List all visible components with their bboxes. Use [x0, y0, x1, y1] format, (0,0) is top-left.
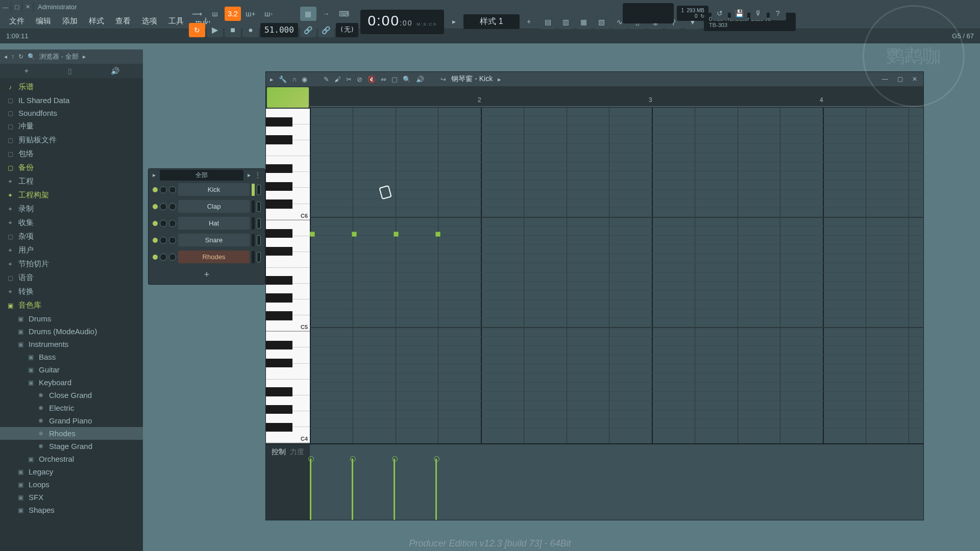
ch-pan-knob[interactable]: [160, 220, 167, 227]
browser-item-29[interactable]: ▣Legacy: [0, 465, 143, 478]
pat-mode[interactable]: (无): [336, 23, 359, 37]
ch-group-selector[interactable]: 全部: [160, 170, 243, 181]
up-arrow-icon[interactable]: ↑: [11, 53, 14, 60]
browser-item-15[interactable]: ✦转换: [0, 285, 143, 298]
ch-next-icon[interactable]: ▸: [248, 171, 251, 179]
browser-item-5[interactable]: ▢包络: [0, 147, 143, 161]
pattern-add-icon[interactable]: +: [521, 14, 537, 29]
menu-0[interactable]: 文件: [4, 14, 30, 28]
tool-wait-icon[interactable]: ш◦: [260, 7, 277, 21]
browser-item-22[interactable]: ▣Keyboard: [0, 376, 143, 389]
ch-mute-dot[interactable]: [153, 255, 158, 260]
audio-icon[interactable]: 🔊: [111, 67, 119, 75]
pr-slice-icon[interactable]: ✂: [346, 76, 352, 83]
view-playlist-icon[interactable]: ▦: [300, 7, 316, 21]
ch-slider[interactable]: [257, 235, 261, 245]
ch-label[interactable]: Hat: [178, 217, 250, 230]
collapse-icon[interactable]: ◂: [4, 53, 7, 60]
pr-menu-icon[interactable]: ▸: [270, 76, 274, 83]
menu-5[interactable]: 选项: [137, 14, 162, 28]
paste-icon[interactable]: ▯: [68, 67, 72, 75]
browser-item-12[interactable]: ✦用户: [0, 243, 143, 257]
browser-item-24[interactable]: ✺Electric: [0, 402, 143, 414]
view-playlist-button[interactable]: ▤: [540, 15, 556, 29]
pr-delete-icon[interactable]: ⊘: [357, 76, 362, 83]
browser-item-4[interactable]: ▢剪贴板文件: [0, 133, 143, 147]
loop-mode-icon[interactable]: ↻: [189, 23, 205, 37]
browser-item-8[interactable]: ✦工程构架: [0, 188, 143, 202]
browser-item-27[interactable]: ✺Stage Grand: [0, 440, 143, 453]
ch-vol-knob[interactable]: [169, 203, 176, 210]
pr-keyboard[interactable]: C6C5C4: [266, 109, 310, 443]
record-button[interactable]: ●: [242, 23, 259, 37]
pattern-prev-icon[interactable]: ▸: [446, 14, 462, 29]
browser-item-7[interactable]: ✦工程: [0, 174, 143, 188]
ch-mute-dot[interactable]: [153, 238, 158, 243]
browser-item-9[interactable]: ✦录制: [0, 202, 143, 216]
pr-scroll-icon[interactable]: ↪: [440, 76, 446, 83]
pr-ruler[interactable]: 234: [310, 86, 923, 107]
browser-item-28[interactable]: ▣Orchestral: [0, 453, 143, 465]
velocity-bar-1[interactable]: [352, 459, 353, 520]
ch-mute-dot[interactable]: [153, 187, 158, 192]
browser-item-6[interactable]: ▢备份: [0, 161, 143, 174]
help-icon[interactable]: ?: [770, 6, 786, 20]
menu-1[interactable]: 编辑: [31, 14, 56, 28]
ch-slider[interactable]: [257, 252, 261, 262]
view-stepseq-button[interactable]: ▥: [558, 15, 574, 29]
pr-paint-icon[interactable]: 🖌: [334, 76, 341, 83]
ch-prev-icon[interactable]: ▸: [153, 171, 156, 179]
tool-song-icon[interactable]: ш: [207, 7, 223, 21]
menu-3[interactable]: 样式: [84, 14, 109, 28]
play-button[interactable]: ▶: [207, 23, 223, 37]
browser-item-3[interactable]: ▢冲量: [0, 119, 143, 133]
maximize-button[interactable]: ▢: [11, 2, 22, 12]
pattern-selector[interactable]: 样式 1: [463, 14, 520, 29]
browser-item-17[interactable]: ▣Drums: [0, 312, 143, 325]
render-icon[interactable]: 🎙: [750, 6, 767, 20]
tool-3-2-icon[interactable]: 3.2: [225, 7, 241, 21]
reread-icon[interactable]: ↻: [18, 53, 23, 60]
undo-icon[interactable]: ↺: [712, 6, 728, 20]
channel-add-button[interactable]: +: [149, 265, 265, 284]
pr-velocity-area[interactable]: [310, 444, 923, 520]
pr-tool-wrench-icon[interactable]: 🔧: [279, 76, 287, 83]
view-pianoroll-button[interactable]: ▦: [576, 15, 592, 29]
browser-item-30[interactable]: ▣Loops: [0, 478, 143, 491]
ch-label[interactable]: Clap: [178, 200, 250, 213]
browser-item-13[interactable]: ✦节拍切片: [0, 257, 143, 271]
search-icon[interactable]: 🔍: [28, 53, 35, 60]
ch-pan-knob[interactable]: [160, 237, 167, 244]
browser-item-26[interactable]: ✺Rhodes: [0, 427, 143, 440]
tool-metronome-icon[interactable]: ш+: [242, 7, 259, 21]
browser-item-0[interactable]: ♪乐谱: [0, 80, 143, 94]
pr-tool-stamp-icon[interactable]: ◉: [302, 76, 307, 83]
note-3[interactable]: [435, 232, 440, 237]
pr-draw-icon[interactable]: ✎: [324, 76, 329, 83]
ch-label[interactable]: Snare: [178, 234, 250, 246]
browser-item-31[interactable]: ▣SFX: [0, 491, 143, 504]
pr-select-icon[interactable]: ▢: [391, 76, 398, 83]
browser-item-16[interactable]: ▣音色库: [0, 298, 143, 312]
ch-vol-knob[interactable]: [169, 186, 176, 193]
time-display[interactable]: 0:00:00 M:S:CS: [360, 10, 444, 34]
ch-slider[interactable]: [257, 202, 261, 212]
view-step-icon[interactable]: →: [318, 7, 334, 21]
ch-vol-knob[interactable]: [169, 220, 176, 227]
save-icon[interactable]: 💾: [731, 6, 747, 20]
link-icon[interactable]: 🔗: [300, 23, 316, 37]
ch-vol-knob[interactable]: [169, 237, 176, 244]
minimize-button[interactable]: —: [0, 2, 11, 12]
ch-pan-knob[interactable]: [160, 186, 167, 193]
pr-tool-magnet-icon[interactable]: ∩: [292, 76, 297, 83]
note-0[interactable]: [310, 232, 315, 237]
tempo-display[interactable]: 51.000: [260, 23, 298, 37]
menu-4[interactable]: 查看: [110, 14, 136, 28]
ch-label[interactable]: Rhodes: [178, 251, 250, 263]
browser-item-2[interactable]: ▢Soundfonts: [0, 107, 143, 119]
tool-pat-icon[interactable]: ⟿: [189, 7, 205, 21]
velocity-bar-2[interactable]: [394, 459, 395, 520]
pr-slip-icon[interactable]: ⇔: [381, 76, 386, 83]
add-icon[interactable]: ✦: [23, 67, 30, 75]
ch-label[interactable]: Kick: [178, 183, 250, 196]
